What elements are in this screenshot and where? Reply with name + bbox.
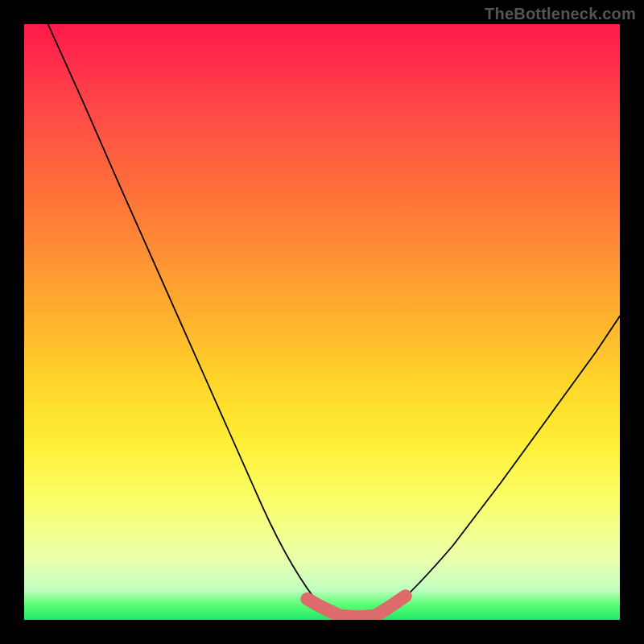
curve-layer	[24, 24, 620, 620]
highlight-band	[308, 596, 406, 617]
chart-frame: TheBottleneck.com	[0, 0, 644, 644]
plot-area	[24, 24, 620, 620]
main-curve	[48, 24, 620, 620]
watermark-text: TheBottleneck.com	[485, 5, 636, 23]
